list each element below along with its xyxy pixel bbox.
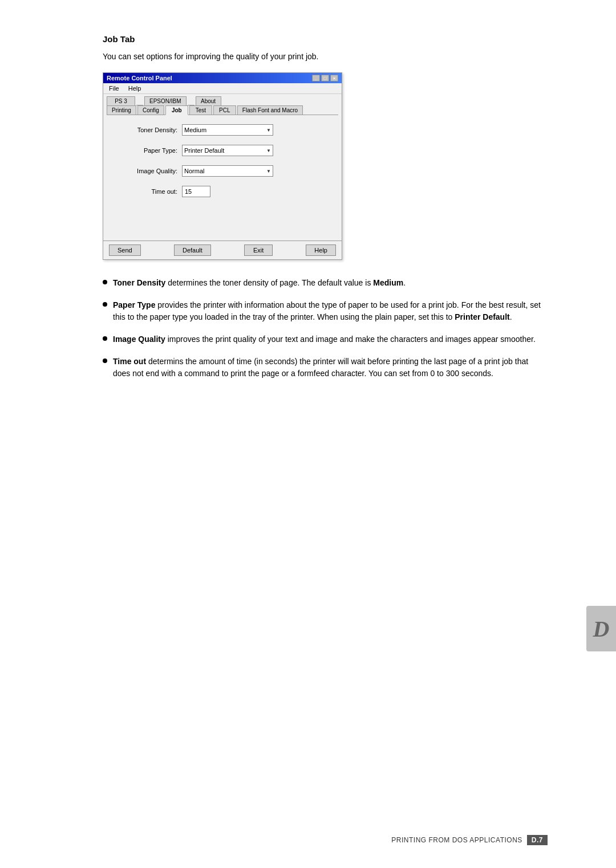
bullet-dot [103,302,107,307]
toner-density-row: Toner Density: Medium ▼ [115,124,330,136]
image-quality-arrow: ▼ [266,169,271,174]
window-controls: _ □ × [312,75,338,81]
send-button[interactable]: Send [109,244,141,256]
paper-type-default: Printer Default [455,312,509,321]
appendix-letter: D [593,616,610,642]
toner-density-default: Medium [373,278,403,287]
bullet-toner-density-text: Toner Density determines the toner densi… [113,277,548,289]
remote-control-panel-window: Remote Control Panel _ □ × File Help PS … [103,72,342,260]
image-quality-row: Image Quality: Normal ▼ [115,165,330,177]
tab-about[interactable]: About [196,96,221,105]
section-title: Job Tab [103,34,548,44]
paper-type-row: Paper Type: Printer Default ▼ [115,145,330,156]
timeout-term: Time out [113,357,146,366]
bullet-image-quality-text: Image Quality improves the print quality… [113,333,548,345]
paper-type-value: Printer Default [184,147,224,154]
toner-density-select[interactable]: Medium ▼ [182,124,273,136]
intro-text: You can set options for improving the qu… [103,52,548,61]
toner-density-value: Medium [184,127,206,133]
menu-help[interactable]: Help [127,84,143,92]
bullet-dot [103,336,107,341]
window-titlebar: Remote Control Panel _ □ × [103,73,342,83]
paper-type-term: Paper Type [113,300,155,309]
window-title: Remote Control Panel [107,75,172,81]
paper-type-label: Paper Type: [115,147,177,154]
tab-flash-font[interactable]: Flash Font and Macro [237,105,303,115]
tab-job[interactable]: Job [165,105,188,115]
image-quality-value: Normal [184,168,204,174]
bullet-paper-type-text: Paper Type provides the printer with inf… [113,299,548,323]
exit-button[interactable]: Exit [244,244,273,256]
minimize-button[interactable]: _ [312,75,320,81]
timeout-label: Time out: [115,188,177,195]
tab-ps3[interactable]: PS 3 [107,96,135,105]
help-button[interactable]: Help [306,244,336,256]
close-button[interactable]: × [330,75,338,81]
page-content: Job Tab You can set options for improvin… [0,0,616,424]
bullet-dot [103,280,107,284]
window-body: Toner Density: Medium ▼ Paper Type: Prin… [103,115,342,241]
tab-test[interactable]: Test [189,105,212,115]
footer-text: Printing From DOS Applications [391,836,522,844]
image-quality-term: Image Quality [113,335,165,344]
timeout-input[interactable] [182,186,210,197]
window-footer: Send Default Exit Help [103,241,342,259]
toner-density-arrow: ▼ [266,128,271,133]
paper-type-select[interactable]: Printer Default ▼ [182,145,273,156]
appendix-tab: D [586,606,616,651]
tab-config[interactable]: Config [137,105,164,115]
default-button[interactable]: Default [174,244,211,256]
toner-density-term: Toner Density [113,278,165,287]
bullet-list: Toner Density determines the toner densi… [103,277,548,380]
image-quality-select[interactable]: Normal ▼ [182,165,273,177]
tab-epson-ibm[interactable]: EPSON/IBM [144,96,187,105]
bullet-image-quality: Image Quality improves the print quality… [103,333,548,345]
paper-type-arrow: ▼ [266,148,271,153]
tab-printing[interactable]: Printing [107,105,136,115]
image-quality-label: Image Quality: [115,168,177,174]
menubar: File Help [103,83,342,94]
menu-file[interactable]: File [108,84,120,92]
bullet-timeout: Time out determins the amount of time (i… [103,356,548,380]
timeout-row: Time out: [115,186,330,197]
footer-page-number: D.7 [527,835,548,845]
bullet-timeout-text: Time out determins the amount of time (i… [113,356,548,380]
page-footer: Printing From DOS Applications D.7 [391,835,548,845]
tab-pcl[interactable]: PCL [213,105,236,115]
bullet-dot [103,358,107,363]
toner-density-label: Toner Density: [115,127,177,133]
bullet-toner-density: Toner Density determines the toner densi… [103,277,548,289]
bullet-paper-type: Paper Type provides the printer with inf… [103,299,548,323]
restore-button[interactable]: □ [321,75,329,81]
